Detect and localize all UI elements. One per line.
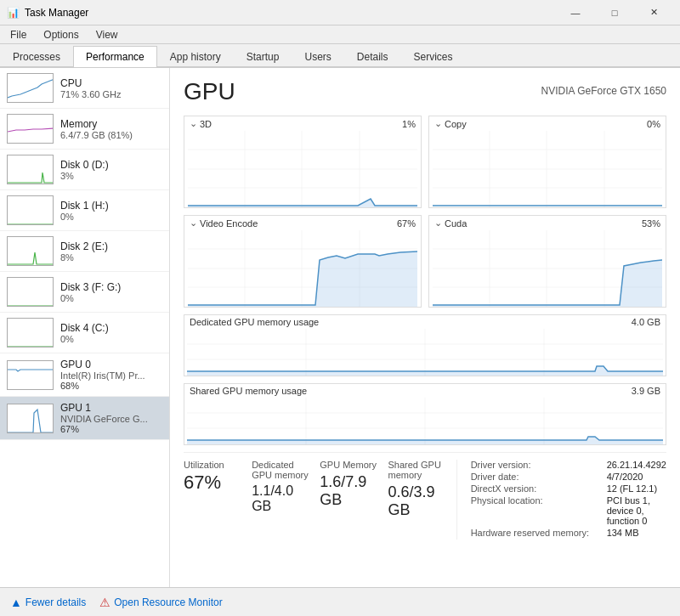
stat-shared-value: 0.6/3.9 GB <box>388 483 449 519</box>
svg-rect-3 <box>8 196 54 225</box>
stat-shared-gpu: Shared GPU memory 0.6/3.9 GB <box>388 460 456 540</box>
gpu1-name: GPU 1 <box>60 402 162 414</box>
sidebar-item-disk0[interactable]: Disk 0 (D:) 3% <box>0 150 169 190</box>
sidebar-item-disk4[interactable]: Disk 4 (C:) 0% <box>0 313 169 353</box>
svg-rect-2 <box>8 155 54 184</box>
stat-dedicated-value: 1.1/4.0 GB <box>252 483 313 514</box>
chart-dedicated-svg <box>184 329 666 376</box>
close-button[interactable]: ✕ <box>634 0 673 25</box>
menu-file[interactable]: File <box>3 27 33 42</box>
tab-users[interactable]: Users <box>292 46 343 67</box>
menu-options[interactable]: Options <box>37 27 85 42</box>
gpu0-thumb <box>7 360 54 390</box>
gpu0-name: GPU 0 <box>60 359 162 370</box>
directx-row: DirectX version: 12 (FL 12.1) <box>471 483 666 494</box>
tab-services[interactable]: Services <box>401 46 466 67</box>
fewer-details-link[interactable]: ▲ Fewer details <box>10 596 86 609</box>
tab-details[interactable]: Details <box>344 46 401 67</box>
disk3-thumb <box>7 277 54 307</box>
stat-info: Driver version: 26.21.14.4292 Driver dat… <box>456 460 666 540</box>
chart-dedicated-label: Dedicated GPU memory usage <box>190 317 319 327</box>
chart-cuda: ⌄ Cuda 53% <box>428 215 666 308</box>
gpu0-sub: Intel(R) Iris(TM) Pr... <box>60 370 162 381</box>
sidebar-item-memory[interactable]: Memory 6.4/7.9 GB (81%) <box>0 109 169 150</box>
chart-3d: ⌄ 3D 1% <box>184 116 422 208</box>
menu-view[interactable]: View <box>89 27 125 42</box>
fewer-details-label: Fewer details <box>26 596 86 608</box>
driver-version-value: 26.21.14.4292 <box>607 460 666 470</box>
minimize-button[interactable]: — <box>556 0 595 25</box>
sidebar-item-gpu0[interactable]: GPU 0 Intel(R) Iris(TM) Pr... 68% <box>0 353 169 397</box>
chart-3d-svg <box>184 131 421 207</box>
disk0-name: Disk 0 (D:) <box>60 159 162 171</box>
chart-copy-header: ⌄ Copy 0% <box>429 116 666 131</box>
detail-subtitle: NVIDIA GeForce GTX 1650 <box>541 85 666 97</box>
chart-ve-expand[interactable]: ⌄ <box>190 218 197 229</box>
cpu-name: CPU <box>60 77 162 89</box>
stat-shared-label: Shared GPU memory <box>388 460 449 480</box>
open-resource-monitor-label: Open Resource Monitor <box>114 596 222 608</box>
disk2-info: Disk 2 (E:) 8% <box>60 240 162 263</box>
gpu1-info: GPU 1 NVIDIA GeForce G... 67% <box>60 402 162 434</box>
main-content: CPU 71% 3.60 GHz Memory 6.4/7.9 GB (81%) <box>0 68 680 587</box>
cpu-sub: 71% 3.60 GHz <box>60 89 162 99</box>
stat-gpu-memory: GPU Memory 1.6/7.9 GB <box>320 460 388 540</box>
driver-date-label: Driver date: <box>471 472 607 482</box>
directx-label: DirectX version: <box>471 483 607 494</box>
gpu0-pct: 68% <box>60 381 162 391</box>
chart-3d-header: ⌄ 3D 1% <box>184 116 421 131</box>
driver-version-label: Driver version: <box>471 460 607 470</box>
sidebar: CPU 71% 3.60 GHz Memory 6.4/7.9 GB (81%) <box>0 68 170 587</box>
driver-date-row: Driver date: 4/7/2020 <box>471 472 666 482</box>
chart-cuda-header: ⌄ Cuda 53% <box>429 216 666 230</box>
gpu1-pct: 67% <box>60 424 162 434</box>
chart-shared-label: Shared GPU memory usage <box>190 386 307 396</box>
sidebar-item-disk1[interactable]: Disk 1 (H:) 0% <box>0 190 169 231</box>
chart-shared-svg <box>184 398 666 444</box>
gpu1-sub: NVIDIA GeForce G... <box>60 414 162 424</box>
chart-copy: ⌄ Copy 0% <box>428 116 666 208</box>
title-bar-controls: — □ ✕ <box>556 0 673 25</box>
sidebar-item-gpu1[interactable]: GPU 1 NVIDIA GeForce G... 67% <box>0 397 169 440</box>
stat-gpu-mem-label: GPU Memory <box>320 460 381 470</box>
chart-copy-expand[interactable]: ⌄ <box>434 118 442 129</box>
svg-rect-0 <box>8 74 54 103</box>
svg-rect-6 <box>8 319 54 348</box>
tab-app-history[interactable]: App history <box>157 46 234 67</box>
title-bar-title: Task Manager <box>25 7 88 19</box>
chart-cuda-label: Cuda <box>445 218 467 229</box>
fewer-details-icon: ▲ <box>10 596 22 609</box>
disk1-thumb <box>7 195 54 225</box>
chart-shared-pct: 3.9 GB <box>632 386 660 396</box>
hw-reserved-row: Hardware reserved memory: 134 MB <box>471 528 666 538</box>
chart-copy-pct: 0% <box>647 119 660 129</box>
gpu1-thumb <box>7 404 54 433</box>
bottom-bar: ▲ Fewer details ⚠ Open Resource Monitor <box>0 587 680 616</box>
chart-video-encode: ⌄ Video Encode 67% <box>184 215 422 308</box>
sidebar-item-disk3[interactable]: Disk 3 (F: G:) 0% <box>0 272 169 313</box>
open-resource-monitor-link[interactable]: ⚠ Open Resource Monitor <box>99 596 222 609</box>
tab-performance[interactable]: Performance <box>73 46 157 67</box>
sidebar-item-disk2[interactable]: Disk 2 (E:) 8% <box>0 231 169 272</box>
menu-bar: File Options View <box>0 25 680 44</box>
chart-ve-svg <box>184 230 421 307</box>
sidebar-item-cpu[interactable]: CPU 71% 3.60 GHz <box>0 68 169 109</box>
driver-date-value: 4/7/2020 <box>607 472 643 482</box>
maximize-button[interactable]: □ <box>595 0 634 25</box>
disk0-sub: 3% <box>60 171 162 181</box>
chart-copy-label: Copy <box>445 119 467 129</box>
chart-shared-gpu: Shared GPU memory usage 3.9 GB <box>184 383 666 445</box>
chart-cuda-expand[interactable]: ⌄ <box>434 218 442 229</box>
chart-dedicated-pct: 4.0 GB <box>632 317 660 327</box>
stat-dedicated-label: Dedicated GPU memory <box>252 460 313 480</box>
stats-row: Utilization 67% Dedicated GPU memory 1.1… <box>184 452 666 540</box>
tab-startup[interactable]: Startup <box>234 46 292 67</box>
disk4-info: Disk 4 (C:) 0% <box>60 322 162 344</box>
title-bar: 📊 Task Manager — □ ✕ <box>0 0 680 25</box>
disk1-sub: 0% <box>60 212 162 222</box>
disk4-sub: 0% <box>60 334 162 344</box>
tab-processes[interactable]: Processes <box>0 46 73 67</box>
chart-3d-expand[interactable]: ⌄ <box>190 118 197 129</box>
detail-panel: GPU NVIDIA GeForce GTX 1650 ⌄ 3D 1% <box>170 68 680 587</box>
disk3-name: Disk 3 (F: G:) <box>60 281 162 293</box>
